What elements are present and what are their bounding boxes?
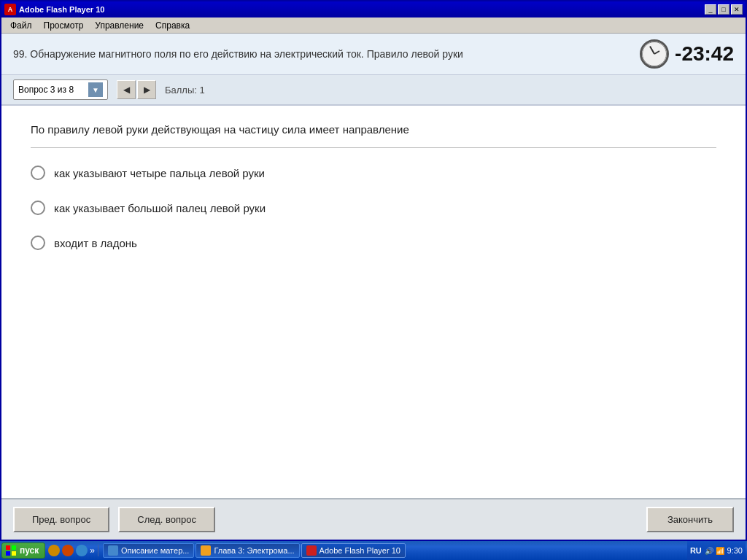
answer-option-2[interactable]: как указывает большой палец левой руки xyxy=(31,201,716,215)
radio-inner-2 xyxy=(35,205,41,211)
content-area: 99. Обнаружение магнитного поля по его д… xyxy=(1,34,746,540)
taskbar: пуск » Описание матер... Глава 3: Электр… xyxy=(0,541,747,560)
quicklaunch-firefox-icon[interactable] xyxy=(62,545,74,556)
answer-text-3: входит в ладонь xyxy=(54,237,137,249)
title-bar: A Adobe Flash Player 10 _ □ ✕ xyxy=(1,1,746,18)
clock-face xyxy=(642,42,667,66)
timer-area: -23:42 xyxy=(640,39,734,69)
windows-logo-icon xyxy=(5,545,17,556)
radio-inner-3 xyxy=(35,240,41,246)
question-text: По правилу левой руки действующая на час… xyxy=(31,123,716,136)
radio-inner-1 xyxy=(35,170,41,176)
start-label: пуск xyxy=(20,545,39,556)
taskbar-items: Описание матер... Глава 3: Электрома... … xyxy=(103,543,687,558)
taskbar-item-2[interactable]: Глава 3: Электрома... xyxy=(196,543,299,558)
app-icon: A xyxy=(4,4,16,15)
bottom-buttons: Пред. вопрос След. вопрос Закончить xyxy=(1,498,746,540)
taskbar-item-1-icon xyxy=(108,545,118,556)
maximize-button[interactable]: □ xyxy=(718,4,729,15)
clock-hand-hour xyxy=(654,50,660,55)
menu-view[interactable]: Просмотр xyxy=(38,19,90,32)
answer-option-1[interactable]: как указывают четыре пальца левой руки xyxy=(31,166,716,180)
close-button[interactable]: ✕ xyxy=(731,4,743,15)
question-nav: Вопрос 3 из 8 ▼ ◀ ▶ Баллы: 1 xyxy=(1,75,746,106)
answer-text-1: как указывают четыре пальца левой руки xyxy=(54,167,265,179)
taskbar-item-3[interactable]: Adobe Flash Player 10 xyxy=(301,543,406,558)
timer-display: -23:42 xyxy=(675,42,734,66)
radio-button-1[interactable] xyxy=(31,166,45,180)
taskbar-item-2-label: Глава 3: Электрома... xyxy=(214,546,294,555)
question-body: По правилу левой руки действующая на час… xyxy=(1,106,746,498)
next-nav-button[interactable]: ▶ xyxy=(137,80,156,99)
score-label: Баллы: 1 xyxy=(165,85,205,96)
taskbar-right: RU 🔊 📶 9:30 xyxy=(687,541,746,560)
quicklaunch-chrome-icon[interactable] xyxy=(76,545,88,556)
finish-button[interactable]: Закончить xyxy=(646,507,734,532)
taskbar-item-1-label: Описание матер... xyxy=(121,546,189,555)
taskbar-item-1[interactable]: Описание матер... xyxy=(103,543,194,558)
menu-bar: Файл Просмотр Управление Справка xyxy=(1,18,746,34)
window-controls: _ □ ✕ xyxy=(705,4,743,15)
quicklaunch-ie-icon[interactable] xyxy=(48,545,60,556)
prev-question-button[interactable]: Пред. вопрос xyxy=(13,507,109,532)
dropdown-arrow-icon: ▼ xyxy=(88,82,103,97)
taskbar-item-2-icon xyxy=(201,545,211,556)
radio-button-2[interactable] xyxy=(31,201,45,215)
window-title: Adobe Flash Player 10 xyxy=(19,5,705,14)
taskbar-item-3-label: Adobe Flash Player 10 xyxy=(320,546,400,555)
next-question-button[interactable]: След. вопрос xyxy=(118,507,215,532)
svg-rect-2 xyxy=(6,551,10,556)
quicklaunch: » xyxy=(45,545,98,556)
radio-button-3[interactable] xyxy=(31,236,45,250)
answer-option-3[interactable]: входит в ладонь xyxy=(31,236,716,250)
quiz-title: 99. Обнаружение магнитного поля по его д… xyxy=(13,48,463,60)
quiz-header: 99. Обнаружение магнитного поля по его д… xyxy=(1,34,746,75)
taskbar-sys-icons: 🔊 📶 xyxy=(705,547,724,555)
svg-rect-3 xyxy=(12,551,16,556)
question-selector-text: Вопрос 3 из 8 xyxy=(18,85,85,95)
taskbar-lang: RU xyxy=(690,546,702,555)
taskbar-item-3-icon xyxy=(306,545,317,556)
taskbar-time: 9:30 xyxy=(727,546,743,555)
answer-text-2: как указывает большой палец левой руки xyxy=(54,202,266,214)
nav-buttons: ◀ ▶ xyxy=(117,80,156,99)
minimize-button[interactable]: _ xyxy=(705,4,716,15)
prev-nav-button[interactable]: ◀ xyxy=(117,80,136,99)
menu-help[interactable]: Справка xyxy=(150,19,196,32)
answer-options: как указывают четыре пальца левой руки к… xyxy=(31,166,716,250)
quicklaunch-more-icon[interactable]: » xyxy=(90,545,95,556)
svg-rect-0 xyxy=(6,545,10,550)
question-selector[interactable]: Вопрос 3 из 8 ▼ xyxy=(13,79,108,100)
menu-control[interactable]: Управление xyxy=(89,19,150,32)
menu-file[interactable]: Файл xyxy=(4,19,38,32)
svg-rect-1 xyxy=(12,545,16,550)
question-divider xyxy=(31,147,716,148)
start-button[interactable]: пуск xyxy=(1,542,45,559)
clock-icon xyxy=(640,39,669,69)
main-window: A Adobe Flash Player 10 _ □ ✕ Файл Просм… xyxy=(0,0,747,541)
